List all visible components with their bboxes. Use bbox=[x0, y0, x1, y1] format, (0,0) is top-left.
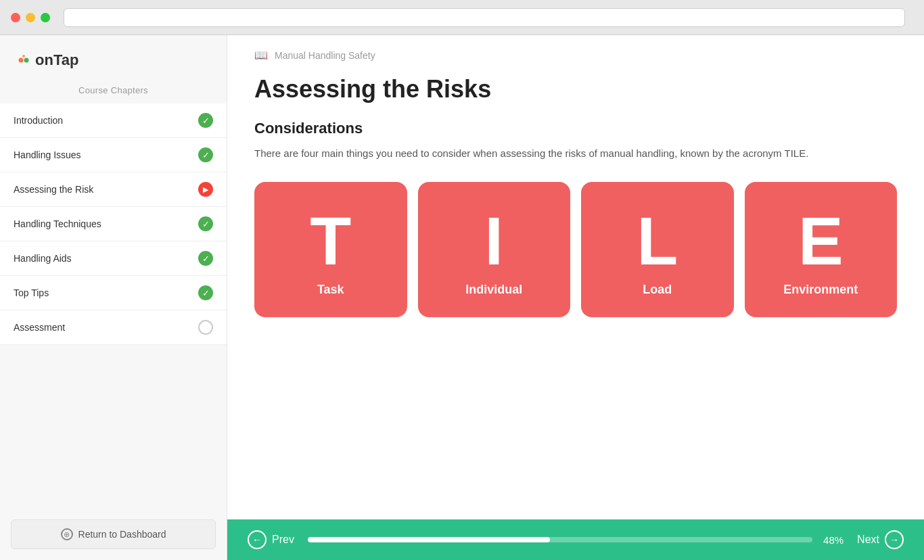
progress-bar-fill bbox=[308, 537, 550, 542]
chapter-label: Assessing the Risk bbox=[14, 184, 93, 195]
tile-card-load[interactable]: L Load bbox=[581, 182, 734, 317]
content-body: Assessing the Risks Considerations There… bbox=[227, 62, 924, 519]
next-icon: → bbox=[885, 530, 904, 549]
tile-label-load: Load bbox=[643, 283, 672, 297]
tile-label-environment: Environment bbox=[783, 283, 858, 297]
logo-text: onTap bbox=[35, 51, 78, 69]
close-button[interactable] bbox=[11, 13, 20, 22]
sidebar-item-top-tips[interactable]: Top Tips ✓ bbox=[0, 276, 227, 310]
chapter-status-handling-aids: ✓ bbox=[198, 251, 213, 266]
content-header: 📖 Manual Handling Safety bbox=[227, 35, 924, 62]
chapter-status-handling-techniques: ✓ bbox=[198, 216, 213, 231]
section-title: Considerations bbox=[254, 120, 897, 137]
progress-container: 48% bbox=[308, 534, 844, 546]
sidebar-item-assessing-the-risk[interactable]: Assessing the Risk ▶ bbox=[0, 172, 227, 207]
minimize-button[interactable] bbox=[26, 13, 35, 22]
tile-letter-e: E bbox=[798, 207, 844, 275]
chapter-label: Handling Aids bbox=[14, 253, 72, 264]
tile-letter-i: I bbox=[484, 207, 503, 275]
tile-card-task[interactable]: T Task bbox=[254, 182, 407, 317]
tile-card-individual[interactable]: I Individual bbox=[418, 182, 571, 317]
sidebar-item-introduction[interactable]: Introduction ✓ bbox=[0, 103, 227, 138]
prev-button[interactable]: ← Prev bbox=[248, 530, 294, 549]
svg-point-2 bbox=[22, 55, 25, 57]
return-to-dashboard-button[interactable]: ⊕ Return to Dashboard bbox=[11, 519, 216, 549]
progress-bar-background bbox=[308, 537, 812, 542]
chapter-label: Assessment bbox=[14, 322, 65, 333]
progress-percentage: 48% bbox=[823, 534, 844, 546]
chapter-status-handling-issues: ✓ bbox=[198, 147, 213, 162]
sidebar-item-assessment[interactable]: Assessment bbox=[0, 310, 227, 345]
next-label: Next bbox=[857, 534, 879, 546]
return-icon: ⊕ bbox=[61, 528, 73, 540]
prev-icon: ← bbox=[248, 530, 267, 549]
chapter-status-assessing: ▶ bbox=[198, 182, 213, 197]
breadcrumb-text: Manual Handling Safety bbox=[275, 50, 375, 61]
main-content: 📖 Manual Handling Safety Assessing the R… bbox=[227, 35, 924, 560]
window-chrome bbox=[0, 0, 924, 35]
return-btn-label: Return to Dashboard bbox=[78, 529, 166, 540]
tile-letter-l: L bbox=[637, 207, 678, 275]
maximize-button[interactable] bbox=[41, 13, 50, 22]
breadcrumb-icon: 📖 bbox=[254, 49, 268, 62]
prev-label: Prev bbox=[272, 534, 294, 546]
tile-label-individual: Individual bbox=[465, 283, 522, 297]
sidebar-item-handling-issues[interactable]: Handling Issues ✓ bbox=[0, 138, 227, 172]
chapter-status-assessment bbox=[198, 320, 213, 335]
svg-point-1 bbox=[24, 58, 29, 63]
chapter-label: Handling Techniques bbox=[14, 218, 101, 229]
app-container: onTap Course Chapters Introduction ✓ Han… bbox=[0, 35, 924, 560]
section-description: There are four main things you need to c… bbox=[254, 145, 897, 162]
tile-grid: T Task I Individual L Load E Environment bbox=[254, 182, 897, 317]
chapter-status-top-tips: ✓ bbox=[198, 285, 213, 300]
chapter-status-introduction: ✓ bbox=[198, 113, 213, 128]
sidebar-item-handling-aids[interactable]: Handling Aids ✓ bbox=[0, 241, 227, 276]
tile-letter-t: T bbox=[310, 207, 351, 275]
logo-icon bbox=[16, 53, 31, 68]
chapter-label: Handling Issues bbox=[14, 149, 81, 160]
next-button[interactable]: Next → bbox=[857, 530, 904, 549]
logo: onTap bbox=[0, 35, 227, 80]
tile-label-task: Task bbox=[317, 283, 344, 297]
page-title: Assessing the Risks bbox=[254, 75, 897, 103]
bottom-nav-bar: ← Prev 48% Next → bbox=[227, 519, 924, 560]
sidebar-item-handling-techniques[interactable]: Handling Techniques ✓ bbox=[0, 207, 227, 241]
address-bar[interactable] bbox=[64, 8, 905, 27]
svg-point-0 bbox=[19, 58, 24, 63]
sidebar: onTap Course Chapters Introduction ✓ Han… bbox=[0, 35, 227, 560]
chapter-label: Introduction bbox=[14, 115, 63, 126]
chapter-list: Introduction ✓ Handling Issues ✓ Assessi… bbox=[0, 103, 227, 509]
chapter-label: Top Tips bbox=[14, 287, 49, 298]
tile-card-environment[interactable]: E Environment bbox=[745, 182, 898, 317]
sidebar-section-title: Course Chapters bbox=[0, 80, 227, 103]
